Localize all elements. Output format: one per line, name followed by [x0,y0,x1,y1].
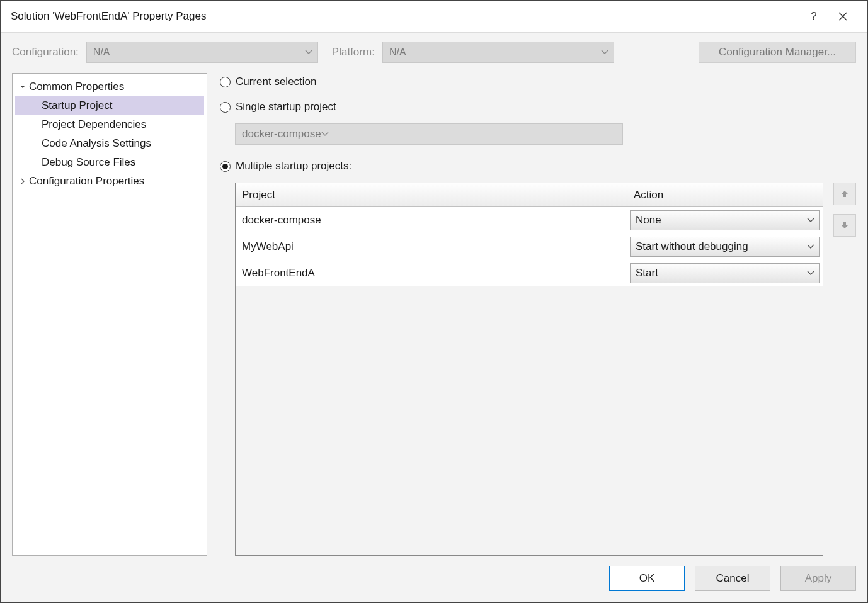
project-cell: MyWebApi [236,234,627,260]
main-row: Common Properties Startup Project Projec… [12,73,856,556]
tree-node-startup-project[interactable]: Startup Project [15,96,204,115]
radio-single-startup[interactable]: Single startup project [220,98,856,116]
project-cell: docker-compose [236,207,627,234]
chevron-down-icon [807,218,814,223]
project-cell: WebFrontEndA [236,260,627,286]
titlebar: Solution 'WebFrontEndA' Property Pages ? [1,1,867,32]
action-combo[interactable]: Start [630,263,820,283]
radio-current-selection[interactable]: Current selection [220,73,856,91]
radio-icon [220,77,231,87]
close-button[interactable] [828,1,857,32]
help-button[interactable]: ? [799,1,828,32]
dialog-footer: OK Cancel Apply [12,566,856,591]
configuration-manager-button[interactable]: Configuration Manager... [699,42,856,63]
column-project[interactable]: Project [236,183,627,206]
single-startup-combo[interactable]: docker-compose [235,123,623,145]
tree-expand-icon [19,83,26,91]
move-down-button[interactable] [833,214,856,237]
grid-body: docker-compose None MyWebApi [236,207,823,286]
radio-icon [220,161,231,172]
configuration-value: N/A [93,47,110,58]
configuration-row: Configuration: N/A Platform: N/A Configu… [12,42,856,63]
chevron-down-icon [321,132,329,137]
action-value: Start [636,267,658,279]
radio-single-label: Single startup project [236,101,336,113]
close-icon [838,12,847,21]
tree-node-debug-source[interactable]: Debug Source Files [15,153,204,172]
tree-collapse-icon [19,178,26,185]
arrow-up-icon [840,189,850,199]
radio-multiple-label: Multiple startup projects: [236,160,351,172]
configuration-combo[interactable]: N/A [86,42,318,63]
window-title: Solution 'WebFrontEndA' Property Pages [11,10,799,23]
chevron-down-icon [807,244,814,249]
startup-project-pane: Current selection Single startup project… [220,73,856,556]
arrow-down-icon [840,220,850,230]
radio-multiple-startup[interactable]: Multiple startup projects: [220,157,856,175]
move-up-button[interactable] [833,183,856,205]
action-combo[interactable]: Start without debugging [630,237,820,257]
multiple-projects-area: Project Action docker-compose None [235,183,856,556]
configuration-label: Configuration: [12,46,79,59]
property-tree[interactable]: Common Properties Startup Project Projec… [12,73,207,556]
grid-header: Project Action [236,183,823,207]
tree-node-project-dependencies[interactable]: Project Dependencies [15,115,204,134]
tree-node-configuration-properties[interactable]: Configuration Properties [15,172,204,191]
chevron-down-icon [807,271,814,276]
single-startup-value: docker-compose [242,128,321,140]
radio-current-label: Current selection [236,76,317,88]
reorder-buttons [833,183,856,556]
chevron-down-icon [601,50,608,55]
action-combo[interactable]: None [630,210,820,230]
action-value: Start without debugging [636,240,748,253]
table-row[interactable]: docker-compose None [236,207,823,234]
table-row[interactable]: MyWebApi Start without debugging [236,234,823,260]
content-area: Configuration: N/A Platform: N/A Configu… [1,32,867,602]
apply-button[interactable]: Apply [780,566,856,591]
action-value: None [636,214,661,227]
table-row[interactable]: WebFrontEndA Start [236,260,823,286]
ok-button[interactable]: OK [609,566,685,591]
column-action[interactable]: Action [627,183,823,206]
tree-node-code-analysis[interactable]: Code Analysis Settings [15,134,204,153]
projects-grid: Project Action docker-compose None [235,183,823,556]
radio-icon [220,102,231,113]
chevron-down-icon [305,50,312,55]
tree-node-common-properties[interactable]: Common Properties [15,77,204,96]
platform-value: N/A [389,47,406,58]
platform-combo[interactable]: N/A [382,42,614,63]
platform-label: Platform: [332,46,375,59]
cancel-button[interactable]: Cancel [695,566,770,591]
